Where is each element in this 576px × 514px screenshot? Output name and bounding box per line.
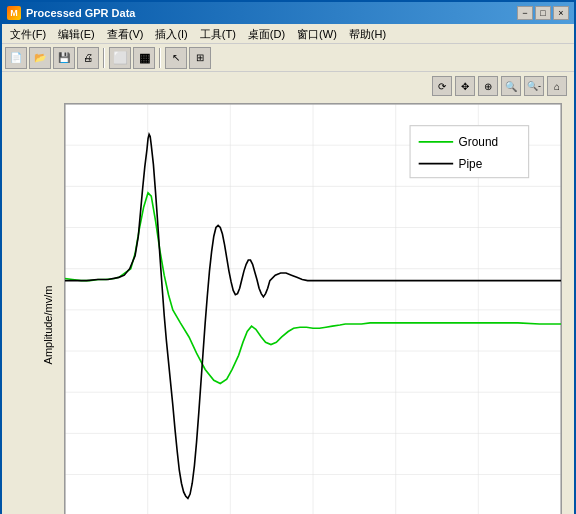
tb-btn-8[interactable]: ⊞ — [189, 47, 211, 69]
separator-2 — [159, 48, 161, 68]
menu-help[interactable]: 帮助(H) — [343, 26, 392, 41]
plot-btn-2[interactable]: ✥ — [455, 76, 475, 96]
minimize-button[interactable]: − — [517, 6, 533, 20]
maximize-button[interactable]: □ — [535, 6, 551, 20]
plot-toolbar: ⟳ ✥ ⊕ 🔍 🔍- ⌂ — [4, 74, 572, 98]
menu-desktop[interactable]: 桌面(D) — [242, 26, 291, 41]
menu-view[interactable]: 查看(V) — [101, 26, 150, 41]
open-button[interactable]: 📂 — [29, 47, 51, 69]
menubar: 文件(F) 编辑(E) 查看(V) 插入(I) 工具(T) 桌面(D) 窗口(W… — [2, 24, 574, 44]
plot-btn-6[interactable]: ⌂ — [547, 76, 567, 96]
title-controls: − □ × — [517, 6, 569, 20]
menu-window[interactable]: 窗口(W) — [291, 26, 343, 41]
menu-insert[interactable]: 插入(I) — [149, 26, 193, 41]
menu-tools[interactable]: 工具(T) — [194, 26, 242, 41]
app-icon: M — [7, 6, 21, 20]
close-button[interactable]: × — [553, 6, 569, 20]
plot-btn-1[interactable]: ⟳ — [432, 76, 452, 96]
new-button[interactable]: 📄 — [5, 47, 27, 69]
chart-container: Amplitude/mv/m .grid-line { stroke: #e0e… — [4, 98, 572, 514]
y-axis-label: Amplitude/mv/m — [42, 285, 54, 364]
chart-inner: .grid-line { stroke: #e0e0e0; stroke-wid… — [64, 103, 562, 514]
menu-edit[interactable]: 编辑(E) — [52, 26, 101, 41]
cursor-button[interactable]: ↖ — [165, 47, 187, 69]
menu-file[interactable]: 文件(F) — [4, 26, 52, 41]
svg-text:Pipe: Pipe — [459, 157, 483, 171]
chart-svg: .grid-line { stroke: #e0e0e0; stroke-wid… — [65, 104, 561, 514]
svg-text:Ground: Ground — [459, 135, 499, 149]
tb-btn-5[interactable]: ⬜ — [109, 47, 131, 69]
print-button[interactable]: 🖨 — [77, 47, 99, 69]
toolbar: 📄 📂 💾 🖨 ⬜ ▦ ↖ ⊞ — [2, 44, 574, 72]
title-bar-left: M Processed GPR Data — [7, 6, 135, 20]
plot-btn-3[interactable]: ⊕ — [478, 76, 498, 96]
main-window: M Processed GPR Data − □ × 文件(F) 编辑(E) 查… — [0, 0, 576, 514]
plot-btn-5[interactable]: 🔍- — [524, 76, 544, 96]
save-button[interactable]: 💾 — [53, 47, 75, 69]
title-bar: M Processed GPR Data − □ × — [2, 2, 574, 24]
plot-area: ⟳ ✥ ⊕ 🔍 🔍- ⌂ Amplitude/mv/m .gr — [2, 72, 574, 514]
tb-btn-6[interactable]: ▦ — [133, 47, 155, 69]
separator-1 — [103, 48, 105, 68]
plot-btn-4[interactable]: 🔍 — [501, 76, 521, 96]
window-title: Processed GPR Data — [26, 7, 135, 19]
